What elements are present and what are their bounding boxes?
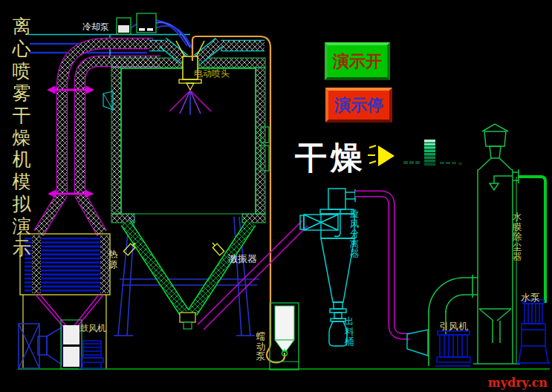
fan-suction-pipe xyxy=(355,194,409,336)
demo-start-button[interactable]: 演示开 xyxy=(325,42,390,80)
feed-pipe xyxy=(192,36,285,362)
flow-indicator-icon xyxy=(368,146,394,166)
dust-collector-tower xyxy=(473,124,545,364)
induced-draft-fan xyxy=(429,275,478,366)
blower xyxy=(19,320,105,369)
water-pump-unit xyxy=(516,300,551,363)
flow-arrow-icon xyxy=(48,86,94,197)
demo-stop-button[interactable]: 演示停 xyxy=(325,88,392,122)
process-diagram xyxy=(0,0,552,392)
simulation-screen: 离心喷雾干燥机模拟演示 演示开 演示停 干燥 冷却泵 电动喷头 热源 鼓风机 激… xyxy=(0,0,552,392)
level-indicator xyxy=(403,140,462,166)
tower-top-funnel xyxy=(149,42,264,59)
cyclone-separator xyxy=(300,189,355,346)
blower-duct xyxy=(36,295,103,327)
cooling-pump-unit xyxy=(117,13,156,34)
hot-air-pipework xyxy=(39,44,160,234)
page-title: 离心喷雾干燥机模拟演示 xyxy=(9,16,34,260)
fan-inlet-cone xyxy=(407,330,428,356)
